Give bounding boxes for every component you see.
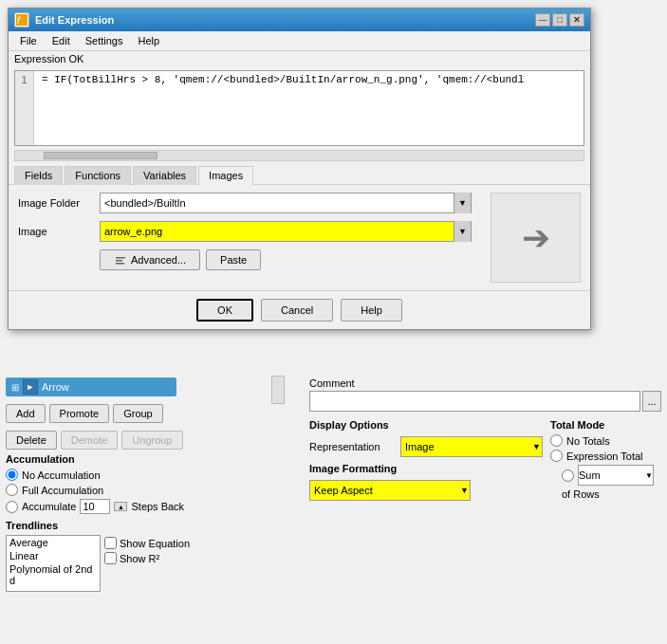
help-button[interactable]: Help: [341, 299, 402, 322]
bottom-right: Comment ... Display Options Representati…: [304, 372, 667, 644]
cancel-button[interactable]: Cancel: [261, 299, 333, 322]
representation-select-container: Image ▼: [400, 436, 543, 457]
comment-ellipsis-btn[interactable]: ...: [642, 391, 661, 412]
paste-button[interactable]: Paste: [206, 249, 261, 270]
image-preview-box: ➔: [491, 193, 581, 283]
images-fields: Image Folder <bundled>/BuiltIn ▼ Image a…: [18, 193, 472, 283]
steps-label: Steps Back: [131, 501, 184, 512]
image-dropdown-arrow[interactable]: ▼: [454, 221, 471, 242]
trendline-item-linear[interactable]: Linear: [7, 549, 100, 562]
minimize-button[interactable]: —: [535, 13, 550, 27]
accumulate-label: Accumulate: [22, 501, 76, 512]
total-mode-title: Total Mode: [550, 419, 661, 431]
expr-scrollbar-horizontal[interactable]: [14, 150, 584, 161]
svg-rect-4: [116, 260, 122, 262]
advanced-button[interactable]: Advanced...: [100, 249, 200, 270]
show-r2-label: Show R²: [120, 553, 159, 564]
tab-images[interactable]: Images: [198, 166, 253, 185]
tab-functions[interactable]: Functions: [65, 166, 131, 185]
ungroup-button: Ungroup: [121, 431, 182, 450]
accumulate-option[interactable]: Accumulate ▲ Steps Back: [6, 499, 298, 514]
arrow-tree-item[interactable]: ⊞ ► Arrow: [6, 377, 176, 396]
trendline-checkboxes: Show Equation Show R²: [104, 537, 190, 564]
image-folder-select[interactable]: <bundled>/BuiltIn: [100, 193, 472, 213]
promote-button[interactable]: Promote: [49, 404, 110, 423]
dialog-icon: f: [14, 12, 29, 28]
add-button[interactable]: Add: [6, 404, 46, 423]
total-mode-options: No Totals Expression Total Sum ▼: [550, 434, 661, 500]
full-accumulation-option[interactable]: Full Accumulation: [6, 484, 298, 496]
restore-button[interactable]: □: [552, 13, 567, 27]
image-select-container: arrow_e.png ▼: [100, 221, 472, 242]
display-options-title: Display Options: [309, 419, 543, 431]
representation-row: Representation Image ▼: [309, 436, 543, 457]
keep-aspect-select[interactable]: Keep Aspect: [309, 480, 471, 501]
expr-scrollbar-thumb[interactable]: [44, 152, 157, 159]
delete-button[interactable]: Delete: [6, 431, 57, 450]
close-button[interactable]: ✕: [569, 13, 584, 27]
expression-icon: f: [16, 14, 28, 26]
paste-label: Paste: [220, 254, 247, 266]
no-totals-option[interactable]: No Totals: [550, 434, 661, 447]
expression-status: Expression OK: [9, 51, 590, 66]
dialog-titlebar: f Edit Expression — □ ✕: [9, 9, 590, 31]
expression-total-option[interactable]: Expression Total: [550, 450, 661, 462]
preview-arrow-icon: ➔: [522, 218, 550, 258]
image-folder-dropdown-arrow[interactable]: ▼: [454, 193, 471, 213]
advanced-icon: [114, 253, 127, 267]
arrow-icon: ►: [23, 379, 38, 395]
tab-fields[interactable]: Fields: [14, 166, 63, 185]
no-accumulation-label: No Accumulation: [22, 469, 101, 481]
image-folder-label: Image Folder: [18, 197, 94, 209]
window-buttons: — □ ✕: [535, 13, 584, 27]
comment-section: Comment ...: [309, 377, 661, 412]
trendlines-list[interactable]: Average Linear Polynomial of 2nd d: [6, 535, 101, 592]
menu-settings[interactable]: Settings: [78, 33, 131, 48]
image-folder-row: Image Folder <bundled>/BuiltIn ▼: [18, 193, 472, 213]
image-formatting-title: Image Formatting: [309, 463, 543, 474]
tab-variables[interactable]: Variables: [133, 166, 196, 185]
of-rows-label: of Rows: [562, 488, 661, 500]
steps-input[interactable]: [80, 499, 110, 514]
show-equation-checkbox[interactable]: Show Equation: [104, 537, 190, 549]
comment-input[interactable]: [309, 391, 640, 412]
expression-area[interactable]: 1 = IF(TotBillHrs > 8, 'qmem://<bundled>…: [14, 70, 584, 146]
steps-up[interactable]: ▲: [114, 502, 127, 511]
image-select[interactable]: arrow_e.png: [100, 221, 472, 242]
expression-total-label: Expression Total: [566, 451, 643, 462]
group-button[interactable]: Group: [113, 404, 163, 423]
expr-content[interactable]: = IF(TotBillHrs > 8, 'qmem://<bundled>/B…: [38, 71, 584, 88]
edit-expression-dialog: f Edit Expression — □ ✕ File Edit Settin…: [8, 8, 591, 330]
sum-option[interactable]: Sum ▼: [562, 465, 661, 486]
arrow-label: Arrow: [42, 381, 69, 393]
keep-aspect-row: Keep Aspect ▼: [309, 480, 543, 501]
ok-button[interactable]: OK: [196, 299, 253, 322]
scrollbar[interactable]: [271, 376, 285, 404]
dialog-title-text: Edit Expression: [35, 14, 114, 26]
svg-rect-5: [116, 263, 124, 265]
display-options-col: Display Options Representation Image ▼ I…: [309, 419, 543, 506]
keep-aspect-select-container: Keep Aspect ▼: [309, 480, 471, 501]
sum-select[interactable]: Sum: [578, 465, 654, 486]
no-totals-label: No Totals: [566, 435, 610, 447]
representation-select[interactable]: Image: [400, 436, 543, 457]
trendline-item-average[interactable]: Average: [7, 536, 100, 549]
expand-icon: ⊞: [11, 382, 19, 393]
menu-file[interactable]: File: [12, 33, 45, 48]
demote-button: Demote: [61, 431, 119, 450]
line-number: 1: [21, 74, 27, 85]
trendlines-row: Average Linear Polynomial of 2nd d Show …: [6, 535, 298, 592]
trendlines-title: Trendlines: [6, 520, 298, 531]
menu-help[interactable]: Help: [130, 33, 167, 48]
menu-edit[interactable]: Edit: [45, 33, 78, 48]
tabs-row: Fields Functions Variables Images: [9, 161, 590, 185]
svg-rect-3: [116, 257, 125, 259]
show-equation-label: Show Equation: [120, 538, 190, 549]
show-r2-checkbox[interactable]: Show R²: [104, 552, 190, 564]
no-accumulation-option[interactable]: No Accumulation: [6, 469, 298, 481]
sum-select-container: Sum ▼: [578, 465, 654, 486]
images-panel: Image Folder <bundled>/BuiltIn ▼ Image a…: [9, 185, 590, 290]
trendline-item-poly[interactable]: Polynomial of 2nd d: [7, 562, 100, 587]
image-label: Image: [18, 226, 94, 237]
dialog-title-left: f Edit Expression: [14, 12, 114, 28]
